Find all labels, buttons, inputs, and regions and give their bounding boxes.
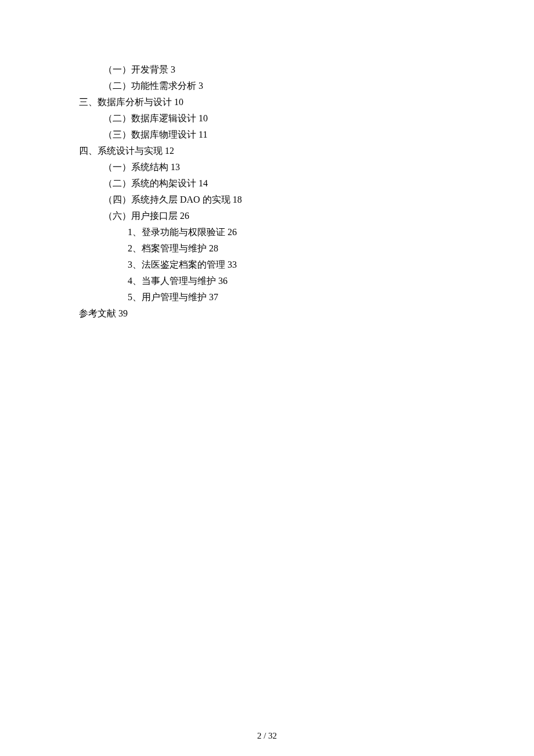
page-number: 2 / 32 <box>257 731 277 740</box>
toc-entry: （四）系统持久层 DAO 的实现 18 <box>79 192 464 208</box>
toc-entry: 四、系统设计与实现 12 <box>79 143 464 159</box>
page-footer: 2 / 32 <box>0 728 534 743</box>
toc-entry: （三）数据库物理设计 11 <box>79 127 464 143</box>
toc-entry: （二）系统的构架设计 14 <box>79 175 464 192</box>
toc-entry: 4、当事人管理与维护 36 <box>79 273 464 289</box>
toc-entry: 2、档案管理与维护 28 <box>79 240 464 257</box>
toc-entry: （二）数据库逻辑设计 10 <box>79 110 464 127</box>
toc-entry: （一）开发背景 3 <box>79 62 464 78</box>
toc-entry: 1、登录功能与权限验证 26 <box>79 224 464 240</box>
toc-entry: 5、用户管理与维护 37 <box>79 289 464 305</box>
toc-entry: 三、数据库分析与设计 10 <box>79 94 464 110</box>
toc-entry: （一）系统结构 13 <box>79 159 464 175</box>
toc-container: （一）开发背景 3 （二）功能性需求分析 3 三、数据库分析与设计 10 （二）… <box>79 62 464 322</box>
toc-entry: 参考文献 39 <box>79 305 464 322</box>
toc-entry: （六）用户接口层 26 <box>79 208 464 224</box>
toc-entry: 3、法医鉴定档案的管理 33 <box>79 257 464 273</box>
page-body: （一）开发背景 3 （二）功能性需求分析 3 三、数据库分析与设计 10 （二）… <box>0 0 534 322</box>
toc-entry: （二）功能性需求分析 3 <box>79 78 464 94</box>
